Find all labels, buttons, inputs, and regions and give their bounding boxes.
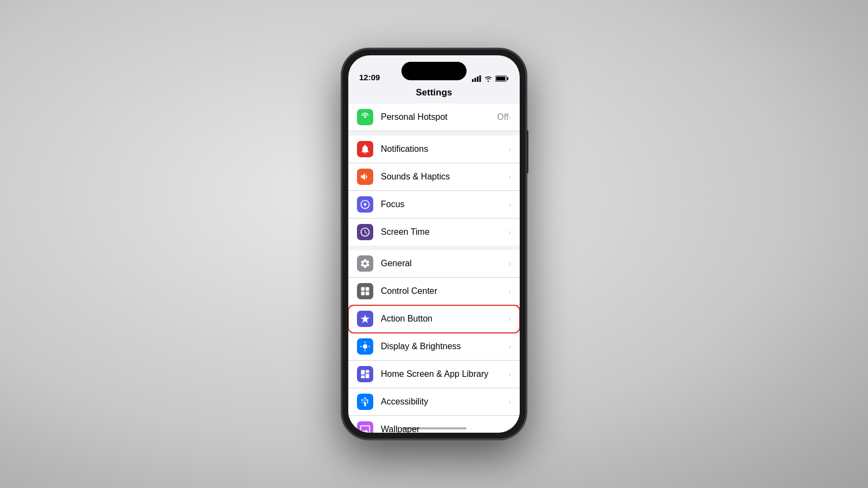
homescreen-row[interactable]: Home Screen & App Library › xyxy=(348,361,520,388)
action-button-icon xyxy=(357,311,373,327)
settings-content: Settings Personal Hotspot Off › xyxy=(348,85,520,433)
status-icons xyxy=(472,75,509,82)
hotspot-value: Off xyxy=(497,112,508,122)
accessibility-label: Accessibility xyxy=(381,397,508,407)
notifications-icon xyxy=(357,141,373,157)
svg-rect-8 xyxy=(366,287,369,291)
screentime-label: Screen Time xyxy=(381,227,508,237)
phone-frame: 12:09 xyxy=(342,49,526,439)
phone-wrapper: 12:09 xyxy=(342,49,526,439)
section-2: General › Control Center › xyxy=(348,250,520,433)
settings-title: Settings xyxy=(348,85,520,104)
svg-rect-3 xyxy=(480,75,481,82)
svg-rect-0 xyxy=(472,79,474,82)
screentime-icon xyxy=(357,224,373,240)
controlcenter-label: Control Center xyxy=(381,286,508,296)
focus-icon xyxy=(357,196,373,213)
accessibility-row[interactable]: Accessibility › xyxy=(348,388,520,416)
hotspot-label: Personal Hotspot xyxy=(381,112,497,122)
focus-label: Focus xyxy=(381,200,508,209)
screentime-row[interactable]: Screen Time › xyxy=(348,219,520,246)
section-1: Notifications › Sounds & Haptics › xyxy=(348,136,520,246)
general-label: General xyxy=(381,259,508,268)
notifications-row[interactable]: Notifications › xyxy=(348,136,520,163)
dynamic-island xyxy=(401,62,467,80)
signal-icon xyxy=(472,75,481,82)
general-icon xyxy=(357,255,373,272)
svg-rect-1 xyxy=(475,78,476,82)
sounds-row[interactable]: Sounds & Haptics › xyxy=(348,163,520,191)
personal-hotspot-row[interactable]: Personal Hotspot Off › xyxy=(348,104,520,131)
notifications-label: Notifications xyxy=(381,144,508,154)
actionbutton-label: Action Button xyxy=(381,314,508,324)
display-icon xyxy=(357,338,373,355)
display-label: Display & Brightness xyxy=(381,342,508,351)
display-row[interactable]: Display & Brightness › xyxy=(348,333,520,361)
wifi-icon xyxy=(484,75,493,82)
accessibility-icon xyxy=(357,394,373,410)
battery-status-icon xyxy=(495,75,509,82)
wallpaper-icon xyxy=(357,421,373,433)
actionbutton-row[interactable]: Action Button › xyxy=(348,305,520,333)
controlcenter-row[interactable]: Control Center › xyxy=(348,278,520,305)
phone-screen: 12:09 xyxy=(348,55,520,433)
svg-rect-2 xyxy=(477,76,478,82)
svg-point-11 xyxy=(364,397,366,399)
svg-rect-5 xyxy=(507,78,509,80)
focus-row[interactable]: Focus › xyxy=(348,191,520,219)
svg-rect-7 xyxy=(361,287,365,291)
homescreen-icon xyxy=(357,366,373,382)
status-time: 12:09 xyxy=(359,73,380,82)
svg-rect-10 xyxy=(366,292,369,296)
control-center-icon xyxy=(357,283,373,299)
hotspot-icon xyxy=(357,109,373,125)
home-indicator xyxy=(401,427,467,429)
homescreen-label: Home Screen & App Library xyxy=(381,369,508,379)
svg-rect-6 xyxy=(496,77,506,81)
sounds-icon xyxy=(357,169,373,185)
wallpaper-row[interactable]: Wallpaper › xyxy=(348,416,520,433)
general-row[interactable]: General › xyxy=(348,250,520,278)
hotspot-chevron: › xyxy=(508,113,511,121)
svg-rect-9 xyxy=(361,292,365,296)
sounds-label: Sounds & Haptics xyxy=(381,172,508,182)
